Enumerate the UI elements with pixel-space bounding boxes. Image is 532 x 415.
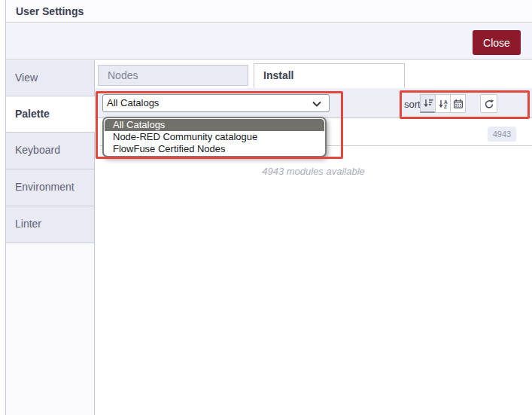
dropdown-option-flowfuse-certified[interactable]: FlowFuse Certified Nodes (105, 143, 324, 155)
sort-date-icon (453, 99, 464, 109)
user-settings-dialog: User Settings Close View Palette Keyboar… (0, 0, 532, 415)
page-title: User Settings (16, 0, 84, 23)
module-count-badge: 4943 (488, 127, 516, 142)
modules-available-status: 4943 modules available (95, 166, 532, 177)
dropdown-option-all-catalogs[interactable]: All Catalogs (105, 119, 324, 131)
sidebar-item-linter[interactable]: Linter (6, 206, 94, 243)
sort-relevance-button[interactable] (420, 94, 436, 113)
catalog-dropdown-list: All Catalogs Node-RED Community catalogu… (102, 117, 327, 157)
close-button[interactable]: Close (473, 30, 521, 55)
sidebar-item-palette[interactable]: Palette (6, 96, 95, 133)
sidebar-item-environment[interactable]: Environment (6, 169, 94, 206)
catalog-select-value: All Catalogs (107, 97, 159, 108)
settings-sidebar: View Palette Keyboard Environment Linter (6, 60, 95, 415)
tab-nodes[interactable]: Nodes (98, 65, 248, 86)
dialog-toolbar: Close (6, 23, 532, 60)
catalog-select[interactable]: All Catalogs (102, 94, 330, 112)
refresh-button[interactable] (480, 94, 497, 113)
sidebar-item-keyboard[interactable]: Keyboard (6, 133, 94, 169)
sort-date-button[interactable] (450, 94, 466, 113)
refresh-icon (484, 99, 494, 109)
sort-alpha-button[interactable]: A Z (435, 94, 451, 113)
sort-alpha-down-icon: A Z (438, 99, 448, 109)
sort-amount-down-icon (423, 98, 433, 108)
sort-button-group: A Z (420, 94, 466, 113)
chevron-down-icon (312, 101, 321, 107)
dialog-header: User Settings (6, 0, 532, 23)
tab-install[interactable]: Install (254, 63, 405, 88)
dropdown-option-nodered-community[interactable]: Node-RED Community catalogue (105, 131, 324, 143)
svg-text:Z: Z (444, 104, 447, 109)
sidebar-item-view[interactable]: View (6, 60, 94, 96)
palette-panel: Nodes Install 4943 All Catalogs All Cata… (95, 60, 532, 415)
